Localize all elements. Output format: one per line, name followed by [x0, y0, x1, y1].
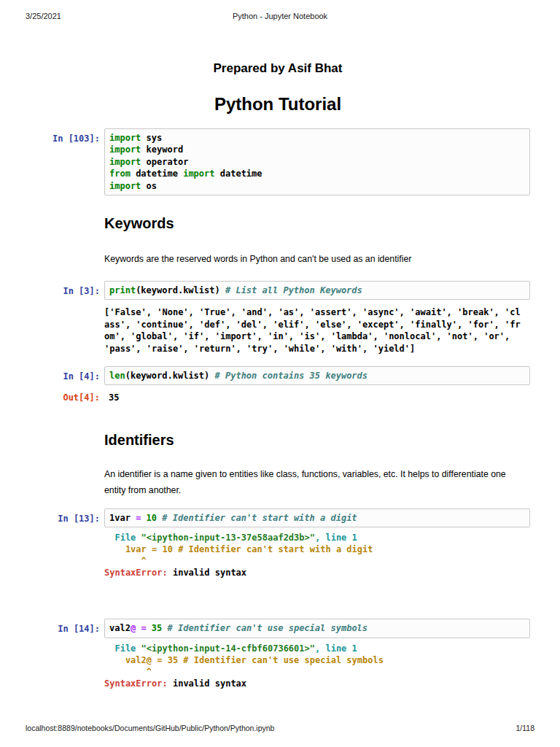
markdown-paragraph-keywords: Keywords are the reserved words in Pytho…	[26, 251, 530, 267]
print-document-title: Python - Jupyter Notebook	[26, 12, 534, 20]
code-cell-digit-identifier: In [13]: 1var = 10 # Identifier can't st…	[26, 508, 530, 527]
traceback-code-line: 1var = 10 # Identifier can't start with …	[104, 543, 530, 555]
code-input-area: print(keyword.kwlist) # List all Python …	[104, 281, 530, 300]
traceback-file-line: File "<ipython-input-13-37e58aaf2d3b>", …	[104, 532, 530, 543]
code-line: print(keyword.kwlist) # List all Python …	[109, 285, 525, 296]
notebook-content: Prepared by Asif Bhat Python Tutorial In…	[0, 61, 560, 689]
code-line: import keyword	[109, 144, 525, 155]
code-line: import os	[109, 180, 525, 192]
print-footer: localhost:8889/notebooks/Documents/GitHu…	[26, 724, 534, 732]
code-input-area: len(keyword.kwlist) # Python contains 35…	[104, 366, 530, 385]
error-traceback: File "<ipython-input-14-cfbf60736601>", …	[104, 643, 530, 689]
code-line: len(keyword.kwlist) # Python contains 35…	[109, 370, 525, 382]
footer-url: localhost:8889/notebooks/Documents/GitHu…	[26, 724, 274, 732]
cell-output-keyword-list: ['False', 'None', 'True', 'and', 'as', '…	[104, 306, 530, 355]
printed-notebook-page: 3/25/2021 Python - Jupyter Notebook Prep…	[0, 0, 560, 747]
code-input-area: val2@ = 35 # Identifier can't use specia…	[104, 619, 530, 638]
input-prompt: In [3]:	[26, 281, 100, 297]
output-prompt: Out[4]:	[26, 392, 100, 403]
error-traceback: File "<ipython-input-13-37e58aaf2d3b>", …	[104, 532, 530, 578]
paragraph-text: An identifier is a name given to entitie…	[104, 466, 527, 498]
code-cell-imports: In [103]: import sys import keyword impo…	[26, 128, 530, 196]
code-cell-kwlist: In [3]: print(keyword.kwlist) # List all…	[26, 281, 530, 300]
output-value: 35	[104, 392, 530, 403]
byline: Prepared by Asif Bhat	[26, 61, 530, 76]
code-cell-len: In [4]: len(keyword.kwlist) # Python con…	[26, 366, 530, 385]
code-line: import operator	[109, 156, 525, 168]
output-row: Out[4]: 35	[26, 392, 530, 403]
traceback-error-line: SyntaxError: invalid syntax	[104, 678, 530, 689]
input-prompt: In [14]:	[26, 619, 100, 635]
traceback-caret-line: ^	[104, 666, 530, 678]
notebook-title: Python Tutorial	[26, 94, 530, 115]
footer-page-number: 1/118	[516, 724, 535, 732]
section-heading-keywords: Keywords	[104, 215, 530, 232]
code-input-area: 1var = 10 # Identifier can't start with …	[104, 508, 530, 527]
traceback-caret-line: ^	[104, 555, 530, 567]
traceback-file-line: File "<ipython-input-14-cfbf60736601>", …	[104, 643, 530, 654]
code-line: val2@ = 35 # Identifier can't use specia…	[109, 622, 525, 634]
markdown-paragraph-identifiers: An identifier is a name given to entitie…	[26, 466, 530, 498]
code-line: 1var = 10 # Identifier can't start with …	[109, 512, 525, 524]
code-line: from datetime import datetime	[109, 168, 525, 179]
input-prompt: In [103]:	[26, 128, 100, 144]
markdown-cell-keywords: Keywords	[26, 215, 530, 232]
traceback-error-line: SyntaxError: invalid syntax	[104, 567, 530, 578]
code-cell-special-symbol-identifier: In [14]: val2@ = 35 # Identifier can't u…	[26, 619, 530, 638]
traceback-code-line: val2@ = 35 # Identifier can't use specia…	[104, 654, 530, 666]
paragraph-text: Keywords are the reserved words in Pytho…	[104, 251, 527, 267]
code-line: import sys	[109, 132, 525, 144]
input-prompt: In [13]:	[26, 508, 100, 525]
input-prompt: In [4]:	[26, 366, 100, 382]
markdown-cell-identifiers: Identifiers	[26, 432, 530, 449]
section-heading-identifiers: Identifiers	[104, 432, 530, 449]
code-input-area: import sys import keyword import operato…	[104, 128, 530, 196]
